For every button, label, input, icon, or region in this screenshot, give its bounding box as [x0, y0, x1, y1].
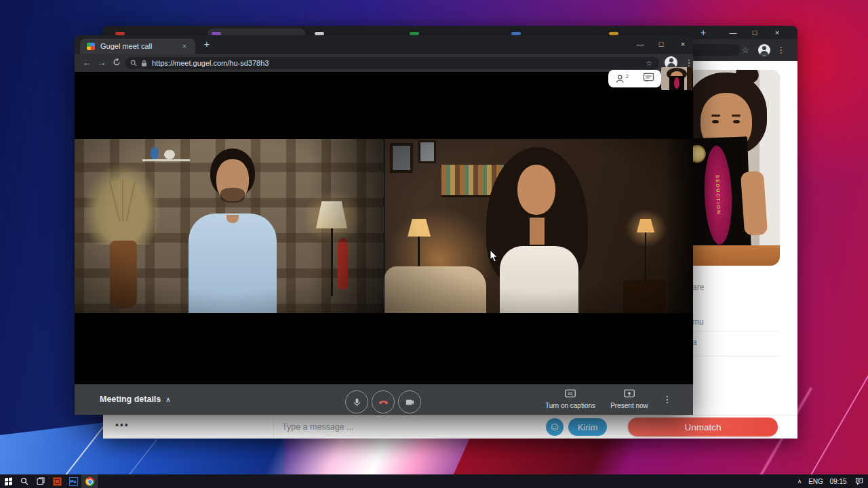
close-button[interactable]: × — [675, 38, 691, 50]
profile-avatar[interactable] — [758, 44, 770, 56]
captions-button[interactable]: cc Turn on captions — [540, 388, 601, 409]
chevron-up-icon: ∧ — [165, 396, 170, 403]
task-view-button[interactable] — [33, 474, 49, 488]
meeting-details-button[interactable]: Meeting details∧ — [100, 384, 171, 415]
book-title: SEDUCTION — [715, 175, 721, 215]
forward-icon[interactable]: → — [95, 56, 108, 70]
divider — [273, 415, 274, 439]
captions-label: Turn on captions — [540, 402, 601, 409]
chat-button[interactable] — [643, 73, 654, 85]
meet-bottom-bar: Meeting details∧ cc Turn on captions Pre… — [75, 384, 693, 415]
participants-count: 2 — [625, 73, 628, 79]
self-book-oval — [674, 77, 679, 89]
mouse-cursor — [490, 249, 499, 266]
list-item[interactable]: are — [692, 283, 781, 292]
minimize-button[interactable]: — — [726, 26, 741, 39]
meet-favicon-icon — [87, 43, 95, 50]
bookmark-star-icon[interactable]: ☆ — [742, 45, 749, 56]
camera-button[interactable] — [398, 390, 421, 413]
woman-eyebrow — [732, 115, 741, 117]
self-view-thumbnail[interactable] — [661, 67, 692, 90]
reload-icon[interactable] — [110, 56, 123, 70]
maximize-button[interactable]: □ — [653, 38, 669, 50]
language-indicator[interactable]: ENG — [806, 478, 826, 485]
list-divider — [682, 331, 780, 331]
present-label: Present now — [599, 402, 660, 409]
action-center-button[interactable] — [850, 477, 868, 485]
tray-chevron-icon[interactable]: ∧ — [793, 478, 806, 485]
meeting-details-label: Meeting details — [100, 394, 161, 404]
address-bar[interactable]: https://meet.gugel.com/hu-sd378h3 ☆ — [125, 57, 659, 69]
hang-up-button[interactable] — [372, 390, 395, 413]
new-tab-button[interactable]: + — [199, 37, 214, 52]
minimize-button[interactable]: — — [632, 38, 648, 50]
pu-app-icon: Pu — [69, 477, 78, 486]
new-tab-button[interactable]: + — [696, 26, 711, 39]
participants-button[interactable]: 2 — [615, 74, 628, 84]
system-tray: ∧ ENG 09:15 — [793, 477, 868, 485]
vignette — [75, 139, 384, 313]
svg-text:cc: cc — [568, 391, 573, 396]
taskbar-app-orange[interactable] — [49, 474, 65, 488]
tab-close-icon[interactable]: × — [179, 39, 190, 54]
woman-eye — [712, 120, 719, 123]
desktop: + — □ × ☆ ⋮ — [0, 0, 868, 488]
message-input[interactable] — [281, 419, 505, 435]
more-options-icon[interactable]: ⋮ — [660, 384, 674, 415]
taskbar: Pu ∧ ENG 09:15 — [0, 474, 868, 488]
browser-menu-icon[interactable]: ⋮ — [777, 44, 785, 56]
bookmark-star-icon[interactable]: ☆ — [646, 57, 652, 69]
browser-toolbar: ← → https://meet.gugel.com/hu-sd378h3 ☆ … — [75, 54, 693, 72]
taskbar-chrome-active[interactable] — [81, 474, 98, 488]
camera-icon — [405, 397, 415, 407]
hang-up-icon — [378, 396, 389, 408]
emoji-button[interactable]: ☺ — [546, 418, 564, 436]
captions-icon: cc — [565, 389, 576, 398]
more-options-dots[interactable]: ••• — [115, 420, 130, 430]
url-text: https://meet.gugel.com/hu-sd378h3 — [152, 57, 269, 69]
meet-browser-window: Gugel meet call × + — □ × ← → https://me… — [75, 35, 693, 415]
chat-input-bar: ••• ☺ Kirim Unmatch — [103, 415, 797, 439]
book-oval: SEDUCTION — [703, 145, 733, 245]
mute-microphone-button[interactable] — [345, 390, 368, 413]
meet-top-toolbar: 2 — [608, 70, 661, 87]
send-button[interactable]: Kirim — [568, 418, 607, 436]
microphone-icon — [352, 397, 362, 407]
woman-hand — [741, 171, 768, 236]
self-shadow — [687, 67, 692, 90]
notification-icon — [855, 477, 863, 485]
woman-eye — [733, 120, 740, 123]
clock[interactable]: 09:15 — [826, 478, 850, 485]
search-icon — [130, 60, 137, 66]
windows-logo-icon — [5, 477, 12, 485]
list-divider — [682, 356, 780, 357]
start-button[interactable] — [0, 474, 16, 488]
woman-eyebrow — [711, 115, 720, 117]
participant-video-woman — [384, 139, 693, 313]
maximize-button[interactable]: □ — [747, 26, 762, 39]
list-item[interactable]: mu — [692, 317, 781, 327]
search-icon — [20, 477, 28, 485]
close-button[interactable]: × — [770, 26, 785, 39]
lock-icon — [141, 60, 147, 67]
list-item[interactable]: a — [692, 338, 781, 347]
participant-video-man — [75, 139, 384, 313]
search-button[interactable] — [16, 474, 33, 488]
orange-app-icon — [53, 477, 62, 486]
tab-title: Gugel meet call — [100, 39, 152, 54]
photo-couch — [682, 245, 780, 266]
tab-strip: Gugel meet call × + — □ × — [75, 35, 693, 54]
chat-icon — [643, 73, 654, 83]
vignette — [384, 139, 693, 313]
chrome-icon — [85, 477, 94, 486]
back-icon[interactable]: ← — [80, 56, 94, 70]
present-icon — [624, 389, 635, 398]
tab-gugel-meet-call[interactable]: Gugel meet call × — [80, 39, 195, 54]
task-view-icon — [37, 477, 45, 485]
match-photo-card[interactable]: SEDUCTION — [682, 70, 780, 266]
seduction-book: SEDUCTION — [684, 136, 751, 253]
meet-stage — [75, 72, 693, 384]
unmatch-button[interactable]: Unmatch — [628, 418, 778, 436]
taskbar-app-pu[interactable]: Pu — [65, 474, 81, 488]
present-now-button[interactable]: Present now — [599, 388, 660, 409]
